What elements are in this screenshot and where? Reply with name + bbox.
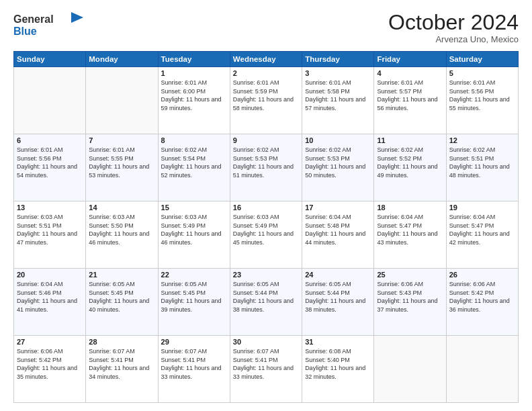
col-sunday: Sunday — [14, 52, 86, 67]
table-cell: 4Sunrise: 6:01 AMSunset: 5:57 PMDaylight… — [374, 67, 446, 134]
table-cell — [446, 336, 518, 403]
day-info: Sunrise: 6:08 AMSunset: 5:40 PMDaylight:… — [305, 347, 371, 381]
calendar-week-1: 1Sunrise: 6:01 AMSunset: 6:00 PMDaylight… — [14, 67, 519, 134]
calendar-table: Sunday Monday Tuesday Wednesday Thursday… — [13, 51, 519, 403]
day-number: 16 — [233, 203, 299, 212]
table-cell: 22Sunrise: 6:05 AMSunset: 5:45 PMDayligh… — [158, 269, 230, 336]
table-cell: 19Sunrise: 6:04 AMSunset: 5:47 PMDayligh… — [446, 201, 518, 269]
day-info: Sunrise: 6:06 AMSunset: 5:42 PMDaylight:… — [17, 347, 83, 381]
day-info: Sunrise: 6:04 AMSunset: 5:46 PMDaylight:… — [17, 280, 83, 314]
table-cell: 17Sunrise: 6:04 AMSunset: 5:48 PMDayligh… — [302, 201, 374, 269]
day-number: 29 — [161, 338, 227, 346]
day-info: Sunrise: 6:03 AMSunset: 5:50 PMDaylight:… — [89, 213, 154, 246]
table-cell: 21Sunrise: 6:05 AMSunset: 5:45 PMDayligh… — [86, 269, 158, 336]
logo: General Blue — [13, 11, 87, 43]
table-cell: 16Sunrise: 6:03 AMSunset: 5:49 PMDayligh… — [230, 201, 302, 269]
table-cell: 31Sunrise: 6:08 AMSunset: 5:40 PMDayligh… — [302, 336, 374, 403]
col-monday: Monday — [86, 52, 158, 67]
day-info: Sunrise: 6:03 AMSunset: 5:51 PMDaylight:… — [17, 213, 83, 246]
day-info: Sunrise: 6:02 AMSunset: 5:53 PMDaylight:… — [305, 146, 371, 179]
day-number: 4 — [377, 69, 443, 77]
table-cell: 15Sunrise: 6:03 AMSunset: 5:49 PMDayligh… — [158, 201, 230, 269]
svg-marker-1 — [71, 12, 83, 23]
day-info: Sunrise: 6:01 AMSunset: 5:59 PMDaylight:… — [233, 79, 299, 112]
day-info: Sunrise: 6:04 AMSunset: 5:47 PMDaylight:… — [449, 213, 515, 246]
header: General Blue October 2024 Arvenza Uno, M… — [13, 11, 519, 44]
table-cell: 8Sunrise: 6:02 AMSunset: 5:54 PMDaylight… — [158, 134, 230, 201]
day-info: Sunrise: 6:02 AMSunset: 5:54 PMDaylight:… — [161, 146, 227, 179]
table-cell: 20Sunrise: 6:04 AMSunset: 5:46 PMDayligh… — [14, 269, 86, 336]
col-saturday: Saturday — [446, 52, 518, 67]
day-number: 30 — [233, 338, 299, 346]
day-info: Sunrise: 6:01 AMSunset: 6:00 PMDaylight:… — [161, 79, 227, 112]
day-number: 6 — [17, 136, 83, 144]
table-cell: 5Sunrise: 6:01 AMSunset: 5:56 PMDaylight… — [446, 67, 518, 134]
day-info: Sunrise: 6:01 AMSunset: 5:57 PMDaylight:… — [377, 79, 443, 112]
day-number: 17 — [305, 203, 371, 212]
day-info: Sunrise: 6:01 AMSunset: 5:56 PMDaylight:… — [17, 146, 83, 179]
day-number: 28 — [89, 338, 154, 346]
day-number: 13 — [17, 203, 83, 212]
day-info: Sunrise: 6:03 AMSunset: 5:49 PMDaylight:… — [233, 213, 299, 246]
logo-svg: General Blue — [13, 11, 87, 40]
day-number: 23 — [233, 271, 299, 279]
day-number: 19 — [449, 203, 515, 212]
day-info: Sunrise: 6:01 AMSunset: 5:55 PMDaylight:… — [89, 146, 154, 179]
svg-text:General: General — [13, 13, 54, 25]
table-cell: 30Sunrise: 6:07 AMSunset: 5:41 PMDayligh… — [230, 336, 302, 403]
calendar-week-3: 13Sunrise: 6:03 AMSunset: 5:51 PMDayligh… — [14, 201, 519, 269]
day-number: 12 — [449, 136, 515, 144]
day-number: 3 — [305, 69, 371, 77]
day-info: Sunrise: 6:05 AMSunset: 5:45 PMDaylight:… — [89, 280, 154, 314]
table-cell — [374, 336, 446, 403]
day-number: 31 — [305, 338, 371, 346]
title-block: October 2024 Arvenza Uno, Mexico — [388, 11, 519, 44]
day-info: Sunrise: 6:07 AMSunset: 5:41 PMDaylight:… — [161, 347, 227, 381]
day-number: 18 — [377, 203, 443, 212]
day-info: Sunrise: 6:04 AMSunset: 5:48 PMDaylight:… — [305, 213, 371, 246]
day-info: Sunrise: 6:07 AMSunset: 5:41 PMDaylight:… — [89, 347, 154, 381]
day-info: Sunrise: 6:07 AMSunset: 5:41 PMDaylight:… — [233, 347, 299, 381]
table-cell: 29Sunrise: 6:07 AMSunset: 5:41 PMDayligh… — [158, 336, 230, 403]
day-info: Sunrise: 6:05 AMSunset: 5:45 PMDaylight:… — [161, 280, 227, 314]
day-number: 7 — [89, 136, 154, 144]
table-cell: 26Sunrise: 6:06 AMSunset: 5:42 PMDayligh… — [446, 269, 518, 336]
table-cell: 13Sunrise: 6:03 AMSunset: 5:51 PMDayligh… — [14, 201, 86, 269]
day-number: 24 — [305, 271, 371, 279]
day-number: 25 — [377, 271, 443, 279]
day-number: 22 — [161, 271, 227, 279]
col-tuesday: Tuesday — [158, 52, 230, 67]
day-info: Sunrise: 6:04 AMSunset: 5:47 PMDaylight:… — [377, 213, 443, 246]
location: Arvenza Uno, Mexico — [388, 34, 519, 44]
day-info: Sunrise: 6:02 AMSunset: 5:52 PMDaylight:… — [377, 146, 443, 179]
table-cell: 14Sunrise: 6:03 AMSunset: 5:50 PMDayligh… — [86, 201, 158, 269]
day-info: Sunrise: 6:02 AMSunset: 5:53 PMDaylight:… — [233, 146, 299, 179]
day-info: Sunrise: 6:01 AMSunset: 5:58 PMDaylight:… — [305, 79, 371, 112]
month-title: October 2024 — [388, 11, 519, 34]
table-cell: 3Sunrise: 6:01 AMSunset: 5:58 PMDaylight… — [302, 67, 374, 134]
calendar-header-row: Sunday Monday Tuesday Wednesday Thursday… — [14, 52, 519, 67]
table-cell: 7Sunrise: 6:01 AMSunset: 5:55 PMDaylight… — [86, 134, 158, 201]
day-number: 14 — [89, 203, 154, 212]
table-cell: 28Sunrise: 6:07 AMSunset: 5:41 PMDayligh… — [86, 336, 158, 403]
logo-content: General Blue — [13, 11, 87, 43]
day-number: 26 — [449, 271, 515, 279]
day-number: 27 — [17, 338, 83, 346]
day-info: Sunrise: 6:05 AMSunset: 5:44 PMDaylight:… — [305, 280, 371, 314]
day-number: 20 — [17, 271, 83, 279]
table-cell: 18Sunrise: 6:04 AMSunset: 5:47 PMDayligh… — [374, 201, 446, 269]
table-cell — [14, 67, 86, 134]
day-info: Sunrise: 6:02 AMSunset: 5:51 PMDaylight:… — [449, 146, 515, 179]
day-number: 10 — [305, 136, 371, 144]
calendar-week-4: 20Sunrise: 6:04 AMSunset: 5:46 PMDayligh… — [14, 269, 519, 336]
col-friday: Friday — [374, 52, 446, 67]
day-number: 21 — [89, 271, 154, 279]
day-number: 1 — [161, 69, 227, 77]
table-cell: 9Sunrise: 6:02 AMSunset: 5:53 PMDaylight… — [230, 134, 302, 201]
day-number: 5 — [449, 69, 515, 77]
page: General Blue October 2024 Arvenza Uno, M… — [0, 0, 532, 411]
table-cell: 1Sunrise: 6:01 AMSunset: 6:00 PMDaylight… — [158, 67, 230, 134]
table-cell: 11Sunrise: 6:02 AMSunset: 5:52 PMDayligh… — [374, 134, 446, 201]
col-wednesday: Wednesday — [230, 52, 302, 67]
table-cell: 23Sunrise: 6:05 AMSunset: 5:44 PMDayligh… — [230, 269, 302, 336]
